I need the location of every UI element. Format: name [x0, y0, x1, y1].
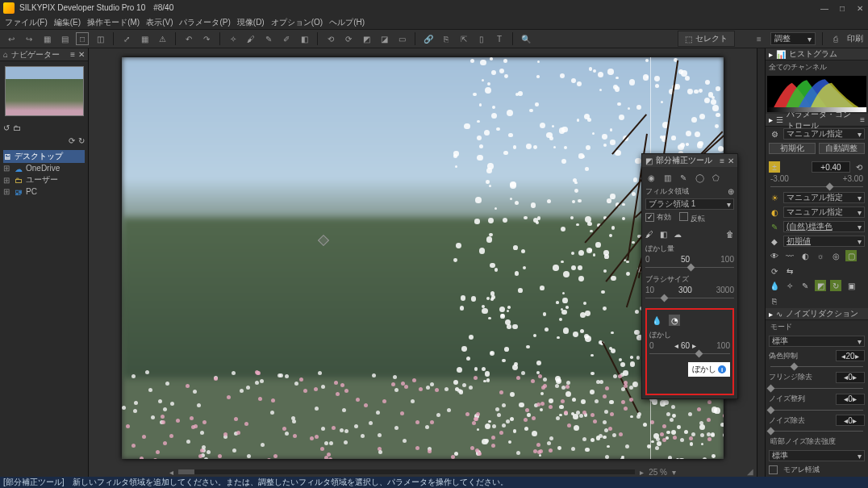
menu-parameter[interactable]: パラメータ(P)	[177, 17, 232, 28]
partial-icon[interactable]: ◩	[815, 280, 826, 291]
nav-fwd-icon[interactable]: ↪	[23, 32, 35, 45]
fringe-value[interactable]: ◂0▸	[836, 372, 865, 383]
nr-rem-slider[interactable]	[766, 428, 868, 435]
menu-option[interactable]: オプション(O)	[269, 17, 324, 28]
expand-icon[interactable]: ⊞	[3, 187, 11, 196]
erase-icon[interactable]: ◧	[298, 32, 311, 45]
blur-amount-slider[interactable]	[645, 265, 734, 271]
contrast-icon[interactable]: ◐	[799, 250, 811, 261]
noise-header[interactable]: ▸ ∿ ノイズリダクション	[766, 308, 868, 320]
expand-icon[interactable]: ⊞	[3, 164, 11, 173]
tree-item-pc[interactable]: ⊞ 🖳 PC	[3, 186, 85, 197]
nav-close-icon[interactable]: ✕	[78, 50, 85, 59]
image-canvas[interactable]	[122, 57, 724, 459]
param-control-header[interactable]: ▸ ☰ パラメータ・コントロール ≡	[766, 114, 868, 127]
tone-dropdown[interactable]: マニュアル指定▾	[783, 206, 865, 218]
lens-icon[interactable]: ◎	[830, 250, 841, 261]
bokeh-slider[interactable]	[649, 351, 730, 357]
circle-grad-icon[interactable]: ◉	[645, 172, 657, 183]
dropper2-icon[interactable]: 💧	[769, 280, 780, 291]
fit-icon[interactable]: ⤢	[120, 32, 133, 45]
zoom-out-icon[interactable]: ◂	[169, 468, 173, 477]
eraser-tool-icon[interactable]: ◧	[660, 230, 667, 239]
collapse-icon[interactable]: ▸	[769, 50, 773, 59]
zoom-dd-icon[interactable]: ▾	[672, 468, 676, 477]
search-icon[interactable]: 🔍	[520, 32, 532, 45]
undo-icon[interactable]: ↶	[182, 32, 195, 45]
box-icon[interactable]: ▢	[845, 250, 857, 261]
grid-icon[interactable]: ▦	[40, 32, 53, 45]
select-mode-button[interactable]: ⬚ セレクト	[678, 31, 735, 47]
float-header[interactable]: ◩ 部分補正ツール ≡ ✕	[642, 154, 737, 167]
tree-item-desktop[interactable]: 🖥 デスクトップ	[3, 150, 85, 163]
print-icon[interactable]: ⎙	[829, 32, 842, 45]
close-button[interactable]: ✕	[855, 3, 865, 13]
tab-blur-icon[interactable]: ◔	[669, 315, 680, 326]
expand-icon[interactable]: ⊞	[3, 176, 11, 185]
nr-arr-value[interactable]: ◂0▸	[836, 394, 865, 405]
dropper-icon[interactable]: ✎	[262, 32, 275, 45]
float-menu-icon[interactable]: ≡	[720, 156, 724, 165]
nav-menu-icon[interactable]: ≡	[70, 50, 75, 59]
text-icon[interactable]: T	[493, 32, 506, 45]
nr-rem-value[interactable]: ◂0▸	[836, 415, 865, 426]
batch-icon[interactable]: ⎘	[769, 295, 780, 307]
sharp-dropdown[interactable]: 初期値▾	[783, 236, 865, 247]
brush-icon[interactable]: 🖌	[244, 32, 257, 45]
invert-checkbox[interactable]	[679, 212, 688, 221]
warn-icon[interactable]: ⚠	[156, 32, 169, 45]
wand-icon[interactable]: ✧	[227, 32, 240, 45]
menu-develop[interactable]: 現像(D)	[236, 17, 266, 28]
layers-icon[interactable]: ▯	[475, 32, 488, 45]
linear-grad-icon[interactable]: ▥	[661, 172, 673, 183]
brush-area-dropdown[interactable]: ブラシ領域 1▾	[645, 198, 734, 210]
adjust-dropdown[interactable]: 調整▾	[770, 32, 816, 45]
rotate2-icon[interactable]: ↻	[830, 280, 841, 291]
polygon-icon[interactable]: ⬠	[710, 172, 721, 183]
moire-checkbox[interactable]	[769, 465, 778, 474]
tree-item-users[interactable]: ⊞ 🗀 ユーザー	[3, 173, 85, 186]
enable-checkbox[interactable]	[645, 213, 654, 222]
dual-icon[interactable]: ◫	[94, 32, 106, 45]
zoom-in-icon[interactable]: ▸	[640, 468, 644, 477]
crop3-icon[interactable]: ▣	[845, 280, 857, 291]
dark-dropdown[interactable]: 標準▾	[769, 450, 865, 461]
dust-icon[interactable]: ✧	[784, 280, 795, 291]
frame-icon[interactable]: ▭	[395, 32, 408, 45]
navigator-thumbnail[interactable]	[5, 66, 84, 116]
curve-icon[interactable]: 〰	[784, 250, 795, 261]
reset-icon[interactable]: ↺	[3, 123, 10, 132]
tree-item-onedrive[interactable]: ⊞ ☁ OneDrive	[3, 163, 85, 173]
bokeh-info-button[interactable]: ぼかしi	[688, 362, 730, 377]
reset-icon[interactable]: ⟲	[853, 161, 865, 173]
wb-dropdown[interactable]: マニュアル指定▾	[783, 192, 865, 203]
nav-back-icon[interactable]: ↩	[5, 32, 18, 45]
ellipse-icon[interactable]: ◯	[694, 172, 705, 183]
link-icon[interactable]: 🔗	[422, 32, 435, 45]
init-button[interactable]: 初期化	[769, 143, 816, 154]
grid2-icon[interactable]: ▦	[138, 32, 151, 45]
adjust-menu-icon[interactable]: ≡	[753, 32, 766, 45]
thumb-icon[interactable]: ▤	[58, 32, 71, 45]
collapse-icon[interactable]: ▸	[769, 310, 773, 319]
nr-arr-slider[interactable]	[766, 407, 868, 414]
fringe-slider[interactable]	[766, 385, 868, 392]
single-icon[interactable]: □	[76, 32, 89, 45]
maximize-button[interactable]: □	[837, 3, 847, 13]
exposure-slider[interactable]	[766, 183, 868, 190]
menu-help[interactable]: ヘルプ(H)	[328, 17, 366, 28]
auto-button[interactable]: 自動調整	[819, 143, 866, 154]
false-color-slider[interactable]	[766, 363, 868, 370]
sun-icon[interactable]: ☼	[815, 250, 826, 261]
histogram-header[interactable]: ▸ 📊 ヒストグラム	[766, 48, 868, 60]
link2-icon[interactable]: ⇆	[784, 265, 795, 277]
crop2-icon[interactable]: ◪	[378, 32, 390, 45]
false-color-value[interactable]: ◂20▸	[836, 350, 865, 361]
refresh-icon[interactable]: ⟳	[69, 136, 75, 145]
collapse-icon[interactable]: ▸	[769, 115, 773, 124]
float-close-icon[interactable]: ✕	[728, 156, 734, 165]
copy-icon[interactable]: ⎘	[440, 32, 453, 45]
rotate-l-icon[interactable]: ⟲	[324, 32, 337, 45]
brush-size-slider[interactable]	[645, 295, 734, 302]
export-icon[interactable]: ⇱	[457, 32, 470, 45]
